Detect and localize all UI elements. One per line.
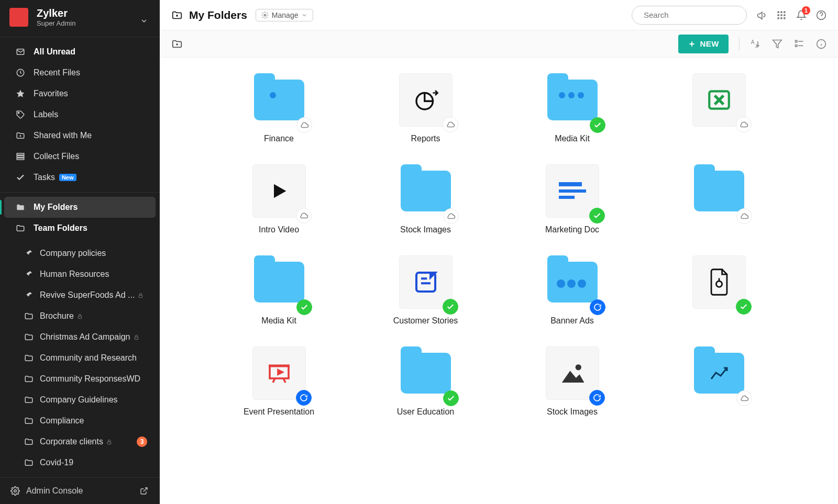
gear-icon [261, 12, 269, 19]
notifications-icon[interactable]: 1 [796, 10, 807, 20]
sidebar-item-covid-19[interactable]: Covid-19 [0, 452, 160, 473]
sidebar-item-community-responseswd[interactable]: Community ResponsesWD [0, 368, 160, 389]
sidebar-item-my-folders[interactable]: My Folders [4, 197, 156, 218]
item-name: Media Kit [555, 134, 590, 143]
grid-item[interactable]: Banner Ads [504, 255, 641, 326]
folder-thumb [546, 73, 599, 127]
svg-marker-2 [17, 90, 25, 97]
folder-thumb [399, 164, 453, 218]
svg-marker-44 [274, 184, 286, 198]
svg-rect-8 [78, 316, 81, 319]
cloud-icon [443, 208, 459, 224]
sidebar-item-brochure[interactable]: Brochure [0, 306, 160, 327]
sidebar-item-human-resources[interactable]: Human Resources [0, 264, 160, 285]
svg-rect-23 [778, 17, 779, 19]
info-icon[interactable] [816, 39, 826, 49]
sidebar-item-label: Favorites [34, 89, 68, 98]
sidebar-item-label: Corporate clients [40, 437, 103, 446]
grid-item[interactable] [651, 346, 787, 417]
svg-point-13 [177, 15, 178, 16]
svg-point-11 [14, 490, 17, 492]
sort-icon[interactable]: AZ [750, 39, 760, 49]
chevron-down-icon [301, 12, 307, 18]
sync-icon [590, 299, 605, 315]
item-name: Banner Ads [550, 316, 594, 326]
grid-item[interactable] [651, 255, 787, 326]
sidebar-item-company-guidelines[interactable]: Company Guidelines [0, 389, 160, 410]
team-folder-icon [23, 395, 35, 405]
grid-item[interactable]: Media Kit [211, 255, 347, 326]
view-options-icon[interactable] [794, 39, 804, 49]
grid-item[interactable] [651, 164, 787, 234]
sidebar-item-label: Human Resources [40, 270, 109, 279]
filter-icon[interactable] [772, 39, 782, 49]
search-input[interactable] [632, 6, 747, 25]
sidebar-item-recent-files[interactable]: Recent Files [0, 62, 160, 83]
sidebar-item-label: Collect Files [34, 152, 79, 161]
team-folder-icon [23, 374, 35, 384]
sidebar-item-corporate-clients[interactable]: Corporate clients3 [0, 431, 160, 452]
svg-rect-45 [559, 182, 582, 186]
new-badge: New [59, 174, 76, 181]
grid-item[interactable]: Reports [358, 73, 494, 143]
check-icon [590, 117, 605, 133]
grid-item[interactable]: Marketing Doc [504, 164, 641, 234]
sidebar-item-company-policies[interactable]: Company policies [0, 243, 160, 264]
manage-button[interactable]: Manage [256, 9, 314, 21]
new-folder-icon[interactable] [171, 38, 183, 50]
svg-rect-25 [784, 17, 785, 19]
page-title: My Folders [189, 9, 247, 21]
sidebar-item-shared-with-me[interactable]: Shared with Me [0, 125, 160, 146]
folder-thumb [692, 164, 746, 218]
item-name: Reports [411, 134, 440, 143]
brand-header[interactable]: Zylker Super Admin [0, 0, 160, 35]
grid-item[interactable]: User Education [358, 346, 494, 417]
grid-item[interactable] [651, 73, 787, 143]
admin-console-label: Admin Console [26, 486, 83, 496]
admin-console-link[interactable]: Admin Console [0, 477, 160, 504]
check-icon [443, 299, 458, 315]
svg-text:A: A [751, 39, 755, 45]
chevron-down-icon[interactable] [140, 17, 148, 25]
sidebar-item-favorites[interactable]: Favorites [0, 83, 160, 104]
new-button[interactable]: NEW [678, 35, 729, 53]
sidebar-item-christmas-ad-campaign[interactable]: Christmas Ad Campaign [0, 327, 160, 348]
check-icon [736, 299, 752, 315]
toolbar: NEW AZ [160, 30, 838, 58]
grid-item[interactable]: Stock Images [504, 346, 641, 417]
cloud-icon [296, 208, 312, 223]
pin-icon [23, 291, 35, 299]
sidebar-item-labels[interactable]: Labels [0, 104, 160, 125]
megaphone-icon[interactable] [756, 10, 767, 20]
svg-rect-22 [784, 14, 785, 16]
sidebar-item-revive-superfoods-ad-[interactable]: Revive SuperFoods Ad ... [0, 285, 160, 306]
tag-icon [15, 110, 26, 119]
team-folder-icon [23, 311, 35, 321]
sidebar-item-label: Community ResponsesWD [40, 374, 140, 384]
sidebar-item-tasks[interactable]: TasksNew [0, 167, 160, 188]
sidebar-item-label: Recent Files [34, 68, 80, 77]
help-icon[interactable] [816, 10, 826, 20]
apps-grid-icon[interactable] [776, 10, 787, 20]
sidebar-item-collect-files[interactable]: Collect Files [0, 146, 160, 167]
grid-item[interactable]: Finance [211, 73, 347, 143]
search-field[interactable] [644, 10, 743, 19]
svg-rect-47 [559, 196, 575, 199]
grid-item[interactable]: Stock Images [358, 164, 494, 234]
file-thumb [399, 255, 453, 309]
grid-item[interactable]: Media Kit [504, 73, 641, 143]
file-thumb [692, 255, 746, 309]
sidebar-item-label: Covid-19 [40, 458, 73, 467]
sidebar-item-community-and-research[interactable]: Community and Research [0, 348, 160, 368]
folder-thumb [546, 255, 599, 309]
sidebar-item-compliance[interactable]: Compliance [0, 410, 160, 431]
sidebar-item-all-unread[interactable]: All Unread [0, 41, 160, 62]
item-name: Event Presentation [244, 407, 314, 417]
sidebar-item-team-folders[interactable]: Team Folders [0, 218, 160, 239]
grid-item[interactable]: Event Presentation [211, 346, 347, 417]
grid-item[interactable]: Customer Stories [358, 255, 494, 326]
grid-item[interactable]: Intro Video [211, 164, 347, 234]
content-area: FinanceReportsMedia KitIntro VideoStock … [160, 58, 838, 504]
topbar: My Folders Manage 1 [160, 0, 838, 30]
sidebar-item-label: Brochure [40, 311, 74, 321]
